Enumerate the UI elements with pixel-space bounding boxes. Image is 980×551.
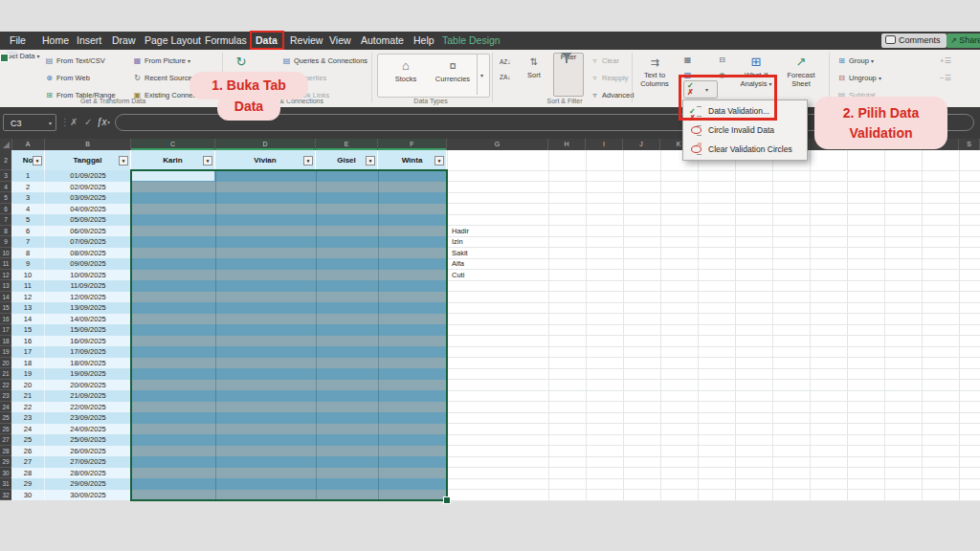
cell-status-izin[interactable]: Izin [449,236,553,248]
table-header-gisel[interactable]: Gisel▾ [316,150,378,170]
cell-no[interactable]: 28 [11,468,45,479]
table-header-no[interactable]: No▾ [11,150,45,170]
cell-no[interactable]: 6 [11,226,45,237]
cell-tanggal[interactable]: 04/09/2025 [45,204,131,215]
gridline-h [447,313,980,314]
table-header-tanggal[interactable]: Tanggal▾ [45,150,131,170]
cell-tanggal[interactable]: 19/09/2025 [45,368,131,380]
menu-item-circle-invalid-data[interactable]: Circle Invalid Data [683,121,807,140]
cell-no[interactable]: 11 [11,280,45,292]
cell-tanggal[interactable]: 23/09/2025 [45,412,131,424]
filter-button-vivian[interactable]: ▾ [303,156,313,165]
cell-no[interactable]: 13 [11,302,45,314]
annotation-step1: 1. Buka Tab Data [189,72,308,121]
cell-tanggal[interactable]: 22/09/2025 [45,402,131,413]
cell-no[interactable]: 9 [11,258,45,270]
gridline-h [447,368,980,369]
cell-tanggal[interactable]: 30/09/2025 [45,490,131,501]
cell-no[interactable]: 22 [11,402,45,413]
gridline-h [447,302,980,303]
cell-tanggal[interactable]: 21/09/2025 [45,390,131,402]
cell-tanggal[interactable]: 12/09/2025 [45,292,131,303]
filter-button-winta[interactable]: ▾ [434,156,444,165]
cell-no[interactable]: 23 [11,412,45,424]
cell-status-sakit[interactable]: Sakit [449,248,553,259]
circle-invalid-data-icon [689,123,702,136]
cell-tanggal[interactable]: 11/09/2025 [45,280,131,292]
gridline-h [447,291,980,292]
cell-tanggal[interactable]: 26/09/2025 [45,446,131,457]
cell-no[interactable]: 2 [11,182,45,193]
cell-no[interactable]: 25 [11,434,45,446]
cell-no[interactable]: 19 [11,368,45,380]
cell-tanggal[interactable]: 28/09/2025 [45,468,131,479]
cell-tanggal[interactable]: 16/09/2025 [45,336,131,347]
cell-no[interactable]: 8 [11,248,45,259]
cell-tanggal[interactable]: 27/09/2025 [45,456,131,468]
cell-tanggal[interactable]: 01/09/2025 [45,170,131,182]
gridline-h [447,170,980,171]
cell-tanggal[interactable]: 13/09/2025 [45,302,131,314]
cell-tanggal[interactable]: 07/09/2025 [45,236,131,248]
excel-window: File Home Insert Draw Page Layout Formul… [0,0,980,551]
cell-tanggal[interactable]: 02/09/2025 [45,182,131,193]
cell-tanggal[interactable]: 29/09/2025 [45,478,131,490]
cell-tanggal[interactable]: 09/09/2025 [45,258,131,270]
cell-no[interactable]: 21 [11,390,45,402]
cell-no[interactable]: 27 [11,456,45,468]
filter-button-karin[interactable]: ▾ [203,156,212,165]
gridline-h [447,214,980,215]
cell-no[interactable]: 5 [11,214,45,226]
cell-status-alfa[interactable]: Alfa [449,258,553,270]
gridline-h [447,346,980,347]
cell-no[interactable]: 18 [11,358,45,369]
cell-tanggal[interactable]: 14/09/2025 [45,314,131,325]
cell-tanggal[interactable]: 10/09/2025 [45,270,131,281]
cell-no[interactable]: 16 [11,336,45,347]
cell-tanggal[interactable]: 25/09/2025 [45,434,131,446]
cell-tanggal[interactable]: 17/09/2025 [45,346,131,358]
cell-tanggal[interactable]: 15/09/2025 [45,324,131,336]
gridline-h [447,357,980,358]
menu-item-clear-validation-circles[interactable]: Clear Validation Circles [683,140,807,159]
clear-validation-circles-icon [689,143,702,155]
filter-button-tanggal[interactable]: ▾ [119,156,128,165]
cell-no[interactable]: 26 [11,446,45,457]
gridline-h [447,500,980,501]
cell-no[interactable]: 10 [11,270,45,281]
cell-no[interactable]: 30 [11,490,45,501]
gridline-h [447,181,980,182]
cell-no[interactable]: 20 [11,380,45,391]
gridline-h [447,489,980,490]
cell-no[interactable]: 12 [11,292,45,303]
fill-handle[interactable] [443,496,451,504]
cell-status-hadir[interactable]: Hadir [449,226,553,237]
cell-no[interactable]: 4 [11,204,45,215]
cell-no[interactable]: 7 [11,236,45,248]
cell-tanggal[interactable]: 20/09/2025 [45,380,131,391]
gridline-h [447,324,980,325]
cell-no[interactable]: 17 [11,346,45,358]
cell-no[interactable]: 15 [11,324,45,336]
gridline-h [447,478,980,479]
cell-no[interactable]: 3 [11,192,45,204]
gridline-h [447,434,980,435]
cell-no[interactable]: 14 [11,314,45,325]
table-header-winta[interactable]: Winta▾ [378,150,447,170]
cell-no[interactable]: 1 [11,170,45,182]
gridline-h [447,467,980,468]
cell-tanggal[interactable]: 18/09/2025 [45,358,131,369]
gridline-h [447,445,980,446]
cell-no[interactable]: 29 [11,478,45,490]
filter-button-no[interactable]: ▾ [33,156,42,165]
table-header-vivian[interactable]: Vivian▾ [215,150,316,170]
cell-tanggal[interactable]: 05/09/2025 [45,214,131,226]
filter-button-gisel[interactable]: ▾ [366,156,375,165]
cell-no[interactable]: 24 [11,424,45,435]
cell-status-cuti[interactable]: Cuti [449,270,553,281]
cell-tanggal[interactable]: 24/09/2025 [45,424,131,435]
table-header-karin[interactable]: Karin▾ [131,150,215,170]
cell-tanggal[interactable]: 06/09/2025 [45,226,131,237]
cell-tanggal[interactable]: 03/09/2025 [45,192,131,204]
cell-tanggal[interactable]: 08/09/2025 [45,248,131,259]
